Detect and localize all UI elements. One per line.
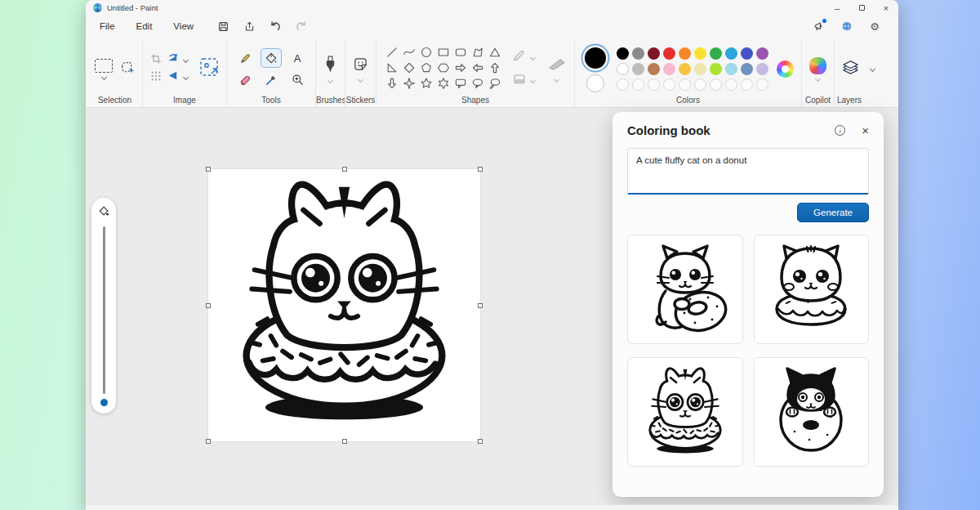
selection-handle-nw[interactable]: [206, 167, 211, 172]
brushes-icon[interactable]: [323, 56, 337, 76]
pattern-icon[interactable]: [150, 70, 162, 85]
panel-close-icon[interactable]: ×: [862, 124, 869, 136]
copilot-globe-icon[interactable]: [841, 20, 853, 32]
thumbnail-4[interactable]: [754, 357, 870, 467]
announcements-icon[interactable]: [813, 20, 825, 32]
stickers-icon[interactable]: [353, 56, 368, 75]
palette-swatch[interactable]: [679, 47, 691, 60]
shape-arrow-right-icon[interactable]: [452, 60, 469, 76]
shape-star-6-icon[interactable]: [435, 76, 452, 92]
palette-swatch[interactable]: [679, 63, 691, 75]
shape-thought-icon[interactable]: [487, 76, 503, 92]
palette-swatch[interactable]: [632, 47, 644, 60]
palette-swatch-empty[interactable]: [679, 78, 691, 91]
edit-colors-icon[interactable]: [777, 60, 794, 78]
palette-swatch[interactable]: [632, 63, 644, 75]
selection-handle-n[interactable]: [342, 167, 347, 172]
color1-swatch[interactable]: [585, 47, 606, 69]
selection-handle-e[interactable]: [478, 303, 483, 308]
selection-handle-sw[interactable]: [206, 439, 211, 444]
palette-swatch[interactable]: [741, 47, 753, 60]
shape-diamond-icon[interactable]: [401, 60, 417, 76]
shape-arrow-up-icon[interactable]: [487, 60, 503, 76]
palette-swatch[interactable]: [663, 47, 675, 60]
selection-handle-se[interactable]: [478, 439, 483, 444]
share-icon[interactable]: [243, 20, 255, 32]
copilot-chevron-icon[interactable]: [815, 75, 821, 81]
shape-outline-chevron-icon[interactable]: [530, 54, 536, 60]
palette-swatch-empty[interactable]: [632, 78, 644, 91]
color2-swatch[interactable]: [586, 74, 604, 92]
selection-handle-ne[interactable]: [478, 167, 483, 172]
rectangle-select-icon[interactable]: [95, 59, 113, 73]
layers-icon[interactable]: [842, 59, 859, 79]
flip-chevron-icon[interactable]: [183, 74, 189, 80]
thumbnail-2[interactable]: [754, 235, 870, 344]
shape-polygon-icon[interactable]: [470, 45, 486, 60]
save-icon[interactable]: [217, 20, 229, 32]
slider-thumb[interactable]: [100, 399, 108, 406]
menu-edit[interactable]: Edit: [126, 19, 163, 34]
shape-callout-oval-icon[interactable]: [470, 76, 486, 92]
brushes-chevron-icon[interactable]: [327, 77, 333, 83]
palette-swatch-empty[interactable]: [648, 78, 660, 91]
eyedropper-tool-icon[interactable]: [261, 69, 282, 89]
palette-swatch[interactable]: [710, 63, 722, 75]
palette-swatch-empty[interactable]: [694, 78, 706, 91]
palette-swatch-empty[interactable]: [710, 78, 722, 91]
shape-style-preview-icon[interactable]: [546, 56, 567, 75]
canvas-area[interactable]: Coloring book i × A cute fluffy cat on a…: [86, 108, 898, 510]
remove-background-icon[interactable]: [199, 57, 219, 80]
rotate-chevron-icon[interactable]: [183, 57, 189, 63]
shape-pentagon-icon[interactable]: [418, 60, 434, 76]
shape-cloud-icon[interactable]: [384, 92, 400, 94]
shape-rounded-rectangle-icon[interactable]: [452, 45, 469, 60]
palette-swatch[interactable]: [648, 47, 660, 60]
shape-curve-icon[interactable]: [401, 45, 417, 60]
text-tool-icon[interactable]: A: [287, 48, 308, 68]
palette-swatch[interactable]: [617, 47, 629, 60]
thumbnail-3[interactable]: [627, 357, 743, 467]
settings-gear-icon[interactable]: ⚙: [869, 20, 880, 32]
palette-swatch[interactable]: [710, 47, 722, 60]
shape-oval-icon[interactable]: [418, 45, 434, 60]
undo-icon[interactable]: [270, 20, 281, 32]
selection-chevron-icon[interactable]: [100, 74, 106, 79]
crop-icon[interactable]: [150, 53, 162, 68]
shape-star-4-icon[interactable]: [401, 76, 417, 92]
slider-track[interactable]: [103, 226, 105, 394]
shape-outline-icon[interactable]: [513, 49, 526, 65]
palette-swatch-empty[interactable]: [756, 78, 768, 91]
flip-icon[interactable]: [167, 69, 179, 85]
palette-swatch-empty[interactable]: [725, 78, 737, 91]
selection-handle-w[interactable]: [206, 303, 211, 308]
shape-hexagon-icon[interactable]: [435, 60, 452, 76]
palette-swatch[interactable]: [741, 63, 753, 75]
shape-callout-rect-icon[interactable]: [452, 76, 469, 92]
generate-button[interactable]: Generate: [797, 203, 869, 222]
copilot-icon[interactable]: [809, 57, 826, 74]
palette-swatch[interactable]: [756, 63, 768, 75]
info-icon[interactable]: i: [835, 125, 845, 136]
free-form-select-icon[interactable]: [119, 60, 135, 78]
palette-swatch[interactable]: [648, 63, 660, 75]
ribbon-expand-chevron-icon[interactable]: [870, 65, 875, 71]
shape-heart-icon[interactable]: [401, 92, 417, 94]
menu-view[interactable]: View: [163, 19, 204, 34]
shape-line-icon[interactable]: [384, 45, 400, 60]
palette-swatch[interactable]: [725, 47, 737, 60]
palette-swatch-empty[interactable]: [617, 78, 629, 91]
palette-swatch[interactable]: [617, 63, 629, 75]
prompt-input[interactable]: A cute fluffy cat on a donut: [627, 148, 869, 195]
shape-star-5-icon[interactable]: [418, 76, 434, 92]
shape-arrow-left-icon[interactable]: [470, 60, 486, 76]
palette-swatch[interactable]: [663, 63, 675, 75]
redo-icon[interactable]: [296, 20, 307, 32]
thumbnail-1[interactable]: [627, 235, 743, 344]
shape-style-chevron-icon[interactable]: [554, 76, 559, 82]
shape-fill-icon[interactable]: [513, 72, 526, 88]
palette-swatch-empty[interactable]: [741, 78, 753, 91]
palette-swatch[interactable]: [756, 47, 768, 60]
canvas-selected-image[interactable]: [208, 169, 480, 441]
shape-triangle-icon[interactable]: [487, 45, 503, 60]
